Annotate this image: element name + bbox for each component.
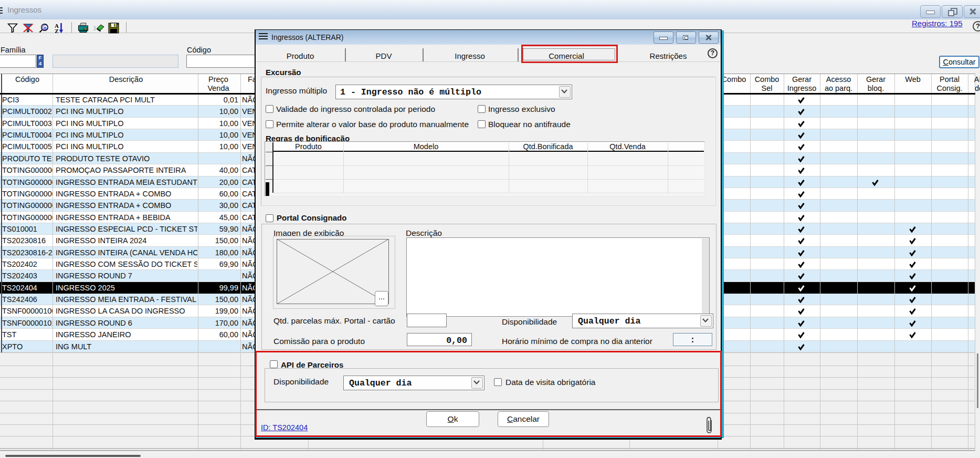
svg-text:n: n: [44, 25, 46, 30]
svg-text:Z: Z: [55, 28, 58, 34]
